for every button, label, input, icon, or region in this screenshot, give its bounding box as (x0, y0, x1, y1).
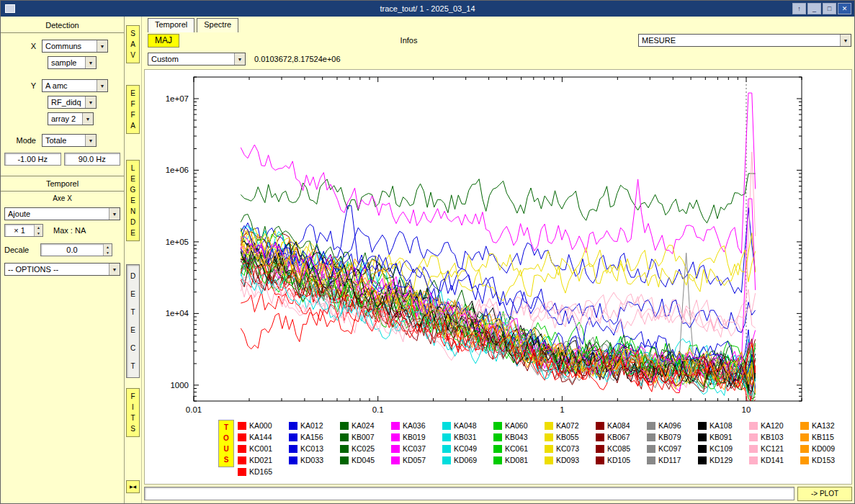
legend-item-KD033[interactable]: KD033 (289, 456, 340, 464)
plot-button[interactable]: -> PLOT (797, 487, 852, 501)
legend-item-KB055[interactable]: KB055 (545, 433, 596, 441)
legend-item-KD081[interactable]: KD081 (493, 456, 545, 464)
x-sample-combo[interactable]: sample ▼ (48, 56, 97, 69)
legend-item-KA000[interactable]: KA000 (238, 421, 289, 430)
legend-item-KA132[interactable]: KA132 (800, 421, 851, 430)
legend-item-KD045[interactable]: KD045 (340, 456, 391, 464)
spin-up-icon[interactable]: ▲ (35, 225, 42, 230)
legend-item-KA108[interactable]: KA108 (698, 421, 749, 430)
legend-item-KC037[interactable]: KC037 (391, 444, 442, 453)
legend-item-KA120[interactable]: KA120 (749, 421, 800, 430)
maximize-icon[interactable]: □ (823, 3, 836, 14)
legend-item-KD141[interactable]: KD141 (749, 456, 800, 464)
infos-label: Infos (400, 36, 418, 45)
legend-item-KC073[interactable]: KC073 (545, 444, 596, 453)
legend-swatch (391, 433, 400, 441)
legend-item-KD069[interactable]: KD069 (442, 456, 493, 464)
mode-combo[interactable]: Totale ▼ (42, 134, 97, 147)
legend-item-KD165[interactable]: KD165 (238, 467, 289, 476)
legend-swatch (340, 433, 349, 441)
legend-item-KA084[interactable]: KA084 (596, 421, 647, 430)
legend-item-KD105[interactable]: KD105 (596, 456, 647, 464)
y-source-combo[interactable]: A amc ▼ (42, 79, 108, 92)
legend-item-KB019[interactable]: KB019 (391, 433, 442, 441)
legend-item-KC109[interactable]: KC109 (698, 444, 749, 453)
scale-combo[interactable]: Custom ▼ (148, 53, 246, 66)
spin-up-icon[interactable]: ▲ (104, 244, 112, 250)
svg-text:1e+06: 1e+06 (166, 166, 189, 174)
plot-canvas[interactable]: 0.010.111010001e+041e+051e+061e+07 TOUS … (144, 69, 852, 485)
vertical-button-fits[interactable]: FITS (126, 388, 140, 437)
cursor-readout: 0.0103672,8.17524e+06 (254, 55, 341, 63)
legend-item-KD093[interactable]: KD093 (545, 456, 596, 464)
legend-item-KD009[interactable]: KD009 (800, 444, 851, 453)
axe-x-combo[interactable]: Ajoute ▼ (4, 207, 120, 220)
legend-item-KB043[interactable]: KB043 (493, 433, 545, 441)
legend-item-KB031[interactable]: KB031 (442, 433, 493, 441)
legend-item-KB091[interactable]: KB091 (698, 433, 749, 441)
freq-min-field[interactable]: -1.00 Hz (4, 153, 61, 166)
legend-item-KC025[interactable]: KC025 (340, 444, 391, 453)
legend-item-KA096[interactable]: KA096 (647, 421, 698, 430)
spin-down-icon[interactable]: ▼ (35, 230, 42, 236)
legend-item-KD057[interactable]: KD057 (391, 456, 442, 464)
legend-item-KA072[interactable]: KA072 (545, 421, 596, 430)
mesure-combo[interactable]: MESURE ▼ (638, 34, 851, 47)
legend-item-KD117[interactable]: KD117 (647, 456, 698, 464)
tab-temporel[interactable]: Temporel (148, 18, 194, 32)
decale-stepper[interactable]: 0.0 ▲ ▼ (40, 243, 112, 256)
legend-item-KA048[interactable]: KA048 (442, 421, 493, 430)
multiplier-stepper[interactable]: × 1 ▲ ▼ (4, 224, 43, 237)
legend-label: KC013 (300, 444, 323, 453)
legend-item-KB007[interactable]: KB007 (340, 433, 391, 441)
legend-swatch (442, 445, 451, 453)
command-input[interactable] (144, 487, 794, 500)
legend-item-KC049[interactable]: KC049 (442, 444, 493, 453)
legend-item-KC061[interactable]: KC061 (493, 444, 545, 453)
tous-button[interactable]: TOUS (218, 420, 234, 467)
legend-item-KA036[interactable]: KA036 (391, 421, 442, 430)
collapse-panel-icon[interactable]: ▶◀ (126, 480, 140, 493)
legend-swatch (238, 422, 246, 430)
freq-max-field[interactable]: 90.0 Hz (64, 153, 121, 166)
legend-item-KB103[interactable]: KB103 (749, 433, 800, 441)
legend-item-KD153[interactable]: KD153 (800, 456, 851, 464)
close-icon[interactable]: ✕ (838, 3, 851, 14)
combo-value: RF_didq (51, 98, 81, 107)
x-source-combo[interactable]: Communs ▼ (42, 40, 108, 53)
tab-spectre[interactable]: Spectre (197, 18, 238, 32)
legend-item-KB079[interactable]: KB079 (647, 433, 698, 441)
minimize-icon[interactable]: _ (807, 3, 821, 14)
legend-item-KB067[interactable]: KB067 (596, 433, 647, 441)
legend-label: KB031 (454, 433, 477, 441)
vertical-button-detect[interactable]: DETECT (126, 264, 140, 378)
legend-swatch (749, 433, 758, 441)
legend-item-KA012[interactable]: KA012 (289, 421, 340, 430)
control-sidebar: Detection X Communs ▼ sample ▼ Y A amc ▼ (1, 17, 125, 503)
legend-item-KA156[interactable]: KA156 (289, 433, 340, 441)
maj-button[interactable]: MAJ (148, 34, 179, 48)
shade-window-icon[interactable]: ↑ (792, 3, 806, 14)
legend-item-KD129[interactable]: KD129 (698, 456, 749, 464)
spin-down-icon[interactable]: ▼ (104, 250, 112, 256)
y-signal-combo[interactable]: RF_didq ▼ (48, 96, 97, 109)
legend-item-KC013[interactable]: KC013 (289, 444, 340, 453)
legend-item-KC121[interactable]: KC121 (749, 444, 800, 453)
spectrum-plot[interactable]: 0.010.111010001e+041e+051e+061e+07 (145, 70, 849, 414)
y-label: Y (4, 81, 42, 90)
vertical-button-effa[interactable]: EFFA (126, 85, 140, 134)
vertical-button-legende[interactable]: LEGENDE (126, 160, 140, 241)
legend-label: KC097 (658, 444, 681, 453)
legend-item-KD021[interactable]: KD021 (238, 456, 289, 464)
legend-item-KA060[interactable]: KA060 (493, 421, 545, 430)
vertical-button-sav[interactable]: SAV (126, 25, 140, 63)
legend-item-KC097[interactable]: KC097 (647, 444, 698, 453)
legend-item-KA144[interactable]: KA144 (238, 433, 289, 441)
legend-item-KC001[interactable]: KC001 (238, 444, 289, 453)
legend-item-KA024[interactable]: KA024 (340, 421, 391, 430)
options-combo[interactable]: -- OPTIONS -- ▼ (4, 263, 120, 276)
legend-item-KC085[interactable]: KC085 (596, 444, 647, 453)
legend-item-KB115[interactable]: KB115 (800, 433, 851, 441)
y-array-combo[interactable]: array 2 ▼ (48, 112, 94, 125)
legend-swatch (698, 456, 707, 464)
